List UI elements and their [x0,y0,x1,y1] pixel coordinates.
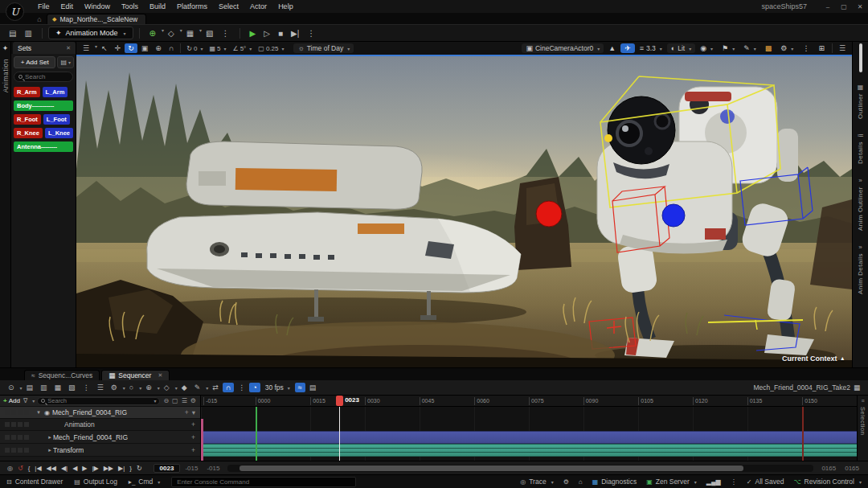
select-tool[interactable]: ↖ [98,43,111,53]
timeline-area[interactable]: -015000000150030004500600075009001050120… [201,396,857,461]
timeline-ruler[interactable]: -015000000150030004500600075009001050120… [201,396,857,407]
sets-search-input[interactable]: Search [14,72,73,82]
rotation-snap-button[interactable]: ∠5°▾ [230,44,254,53]
menu-file[interactable]: File [32,2,55,10]
add-icon[interactable]: + [191,420,195,429]
track-row-subrig[interactable]: ▸ Mech_Friend_0004_RIG + [0,431,200,444]
selection-set-antenna[interactable]: Antenna-------- [14,141,73,152]
lit-mode-button[interactable]: ◐Lit▾ [667,43,695,53]
track-toggle-icons[interactable] [5,448,10,453]
selection-set-rarm[interactable]: R_Arm [14,87,40,97]
play-reverse-icon[interactable]: ◀ [70,465,80,472]
scale-snap-button[interactable]: ▢0.25▾ [256,44,286,53]
kebab-icon[interactable]: ⋮ [218,27,234,39]
viewport-scene[interactable]: Current Context ▴ [76,56,852,367]
sets-tab[interactable]: Sets ✕ [13,42,76,54]
jump-start-icon[interactable]: |◀ [32,465,43,472]
filter-icon[interactable]: ∇ [23,397,28,404]
kebab-icon[interactable]: ⋮ [731,478,737,486]
add-icon[interactable]: + [191,433,195,441]
working-range-start[interactable]: -015 [185,465,198,472]
home-icon[interactable]: ⌂ [32,15,47,23]
playhead[interactable]: 0023 [339,407,340,461]
add-icon[interactable]: + [185,408,189,416]
animation-strip-tab[interactable]: Animation [2,59,10,92]
add-track-button[interactable]: + Add [3,397,20,404]
pilot-camera-button[interactable]: ▣CineCameraActor0▾ [522,43,604,53]
play-icon[interactable]: ▶ [80,465,89,472]
play-button[interactable]: ▶ [246,27,260,39]
tab-anim-details[interactable]: »Anim Details [857,244,864,294]
session-icon[interactable]: ⌂ [579,478,583,486]
rig-control-red[interactable] [536,201,562,227]
level-tab[interactable]: ◆ Map_Northe..._ScaleNew [47,14,146,24]
kebab-icon[interactable]: ⋮ [80,383,93,392]
brush-icon[interactable]: ✎▾ [739,43,760,53]
menu-select[interactable]: Select [213,2,244,10]
close-icon[interactable]: ✕ [158,372,162,379]
tab-outliner[interactable]: ▦Outliner [857,84,864,119]
pin-icon[interactable]: ✦ [2,44,9,52]
show-flags-icon[interactable]: ⚑▾ [718,43,739,53]
sequence-name[interactable]: Mech_Friend_0004_RIG_Take2 ▦ [753,383,863,392]
track-settings-icon[interactable]: ⚙ [190,397,197,404]
actions-icon[interactable]: ⚙ [108,383,121,392]
close-icon[interactable]: ✕ [66,45,71,51]
subscene-section[interactable] [201,431,857,444]
editor-mode-select[interactable]: ✦ Animation Mode ▾ [48,27,133,39]
rig-control-blue[interactable] [662,204,685,227]
expander-icon[interactable]: ▸ [47,447,53,453]
playback-info-icon[interactable]: ◎ [5,465,15,472]
view-range-start[interactable]: -015 [207,465,219,472]
content-browser-icon[interactable]: ▥ [20,27,35,39]
close-button[interactable]: ✕ [852,3,868,10]
snap-icon[interactable]: ∩ [223,383,234,392]
modes-icon[interactable]: ▧ [202,27,217,39]
playback-options-icon[interactable]: ◇ [161,383,173,392]
timeline-scrollbar[interactable] [227,465,813,472]
asset-icon[interactable]: ▩ [761,43,776,53]
add-icon[interactable]: + [191,446,195,454]
sequencer-world-icon[interactable]: ⊙ [5,383,18,392]
tab-sequencer-curves[interactable]: ≈ Sequenc...Curves [24,370,100,380]
chevron-down-icon[interactable]: ▾ [192,408,195,416]
minimize-button[interactable]: – [820,3,836,10]
all-saved-button[interactable]: ✓All Saved [747,478,784,486]
fps-select[interactable]: 30 fps ▾ [261,383,294,392]
selection-set-larm[interactable]: L_Arm [43,87,68,97]
selection-set-rknee[interactable]: R_Knee [14,128,43,138]
menu-platforms[interactable]: Platforms [171,2,213,10]
loop-icon[interactable]: ↻ [134,465,145,472]
menu-build[interactable]: Build [144,2,171,10]
surface-snap-icon[interactable]: ∩ [166,43,177,53]
playhead-marker[interactable] [336,396,343,406]
render-movie-icon[interactable]: ▦ [51,383,65,392]
retimer-icon[interactable]: ⇄ [209,383,222,392]
frame-skip-button[interactable]: ▷ [260,27,274,39]
viewport-settings-icon[interactable]: ⚙▾ [776,43,797,53]
record-icon[interactable]: ↺ [15,465,26,472]
cmd-button[interactable]: ▸_Cmd▾ [129,478,160,486]
camera-speed-button[interactable]: ≡3.3▾ [636,43,666,53]
diagnostics-button[interactable]: ▦Diagnostics [592,478,637,486]
selection-set-body[interactable]: Body----------- [14,100,73,111]
viewport-options-icon[interactable]: ☰ [80,43,92,53]
track-row-rig[interactable]: ▾ ◉ Mech_Friend_0004_RIG +▾ [0,407,200,419]
create-camera-icon[interactable]: ▧ [65,383,79,392]
track-toggle-icons[interactable] [5,410,10,415]
timeline-tracks[interactable] [201,407,857,461]
prev-key-icon[interactable]: ◀◀ [44,465,59,472]
console-command-input[interactable]: Enter Console Command [171,477,356,487]
actor-snap-button[interactable]: ↻0▾ [184,44,205,53]
insights-icon[interactable]: ⚙ [563,478,569,486]
curve-editor-icon[interactable]: ≈ [295,383,305,392]
pilot-toggle-icon[interactable]: ✈ [620,43,635,53]
eject-pilot-icon[interactable]: ▲ [604,43,620,53]
current-frame-field[interactable]: 0023 [154,464,181,473]
menu-actor[interactable]: Actor [244,2,272,10]
tab-details[interactable]: ≔Details [857,132,864,164]
step-back-icon[interactable]: ◀| [59,465,70,472]
move-tool[interactable]: ✛ [112,43,125,53]
selection-set-lfoot[interactable]: L_Foot [43,114,70,125]
edit-options-icon[interactable]: ✎ [191,383,204,392]
